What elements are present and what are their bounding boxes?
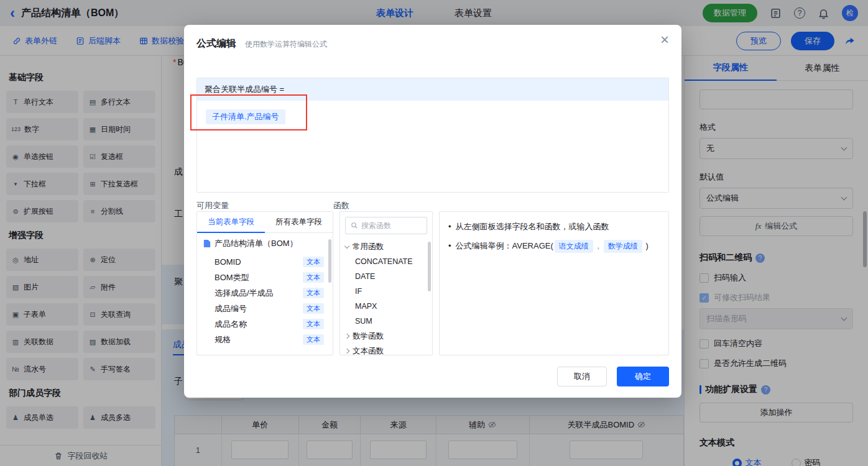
function-item[interactable]: CONCATENATE bbox=[340, 254, 432, 269]
formula-editor-body[interactable]: 子件清单.产品编号 bbox=[197, 101, 668, 192]
field-type-tag: 文本 bbox=[303, 272, 324, 283]
variable-field-row[interactable]: 成品名称文本 bbox=[197, 316, 333, 332]
example-field-chip: 数学成绩 bbox=[604, 240, 642, 253]
scrollbar-thumb[interactable] bbox=[328, 239, 331, 283]
function-search-box bbox=[345, 217, 427, 234]
close-icon[interactable]: × bbox=[660, 31, 669, 49]
scrollbar-thumb[interactable] bbox=[428, 242, 431, 291]
confirm-button[interactable]: 确定 bbox=[617, 367, 669, 386]
functions-panel: 常用函数 CONCATENATE DATE IF MAPX SUM 数学函数 文… bbox=[339, 211, 433, 355]
form-file-icon bbox=[203, 239, 211, 248]
formula-editor[interactable]: 聚合关联半成品编号 = 子件清单.产品编号 bbox=[196, 78, 669, 193]
function-item[interactable]: SUM bbox=[340, 314, 432, 329]
tab-current-form-fields[interactable]: 当前表单字段 bbox=[197, 212, 265, 233]
variable-field-row[interactable]: BOM类型文本 bbox=[197, 270, 333, 285]
function-item[interactable]: DATE bbox=[340, 269, 432, 284]
formula-field-chip[interactable]: 子件清单.产品编号 bbox=[206, 109, 285, 124]
function-group-text[interactable]: 文本函数 bbox=[340, 344, 432, 355]
formula-edit-dialog: 公式编辑 使用数学运算符编辑公式 × 聚合关联半成品编号 = 子件清单.产品编号… bbox=[184, 25, 681, 398]
variables-panel: 当前表单字段 所有表单字段 产品结构清单（BOM） BOMID文本 BOM类型文… bbox=[196, 211, 333, 355]
chevron-right-icon bbox=[344, 334, 349, 339]
tip-line: •从左侧面板选择字段名和函数，或输入函数 bbox=[448, 221, 660, 234]
form-tree-root[interactable]: 产品结构清单（BOM） bbox=[197, 233, 333, 254]
function-item[interactable]: MAPX bbox=[340, 299, 432, 314]
field-type-tag: 文本 bbox=[303, 257, 324, 267]
formula-target-field: 聚合关联半成品编号 = bbox=[197, 78, 668, 101]
tab-all-form-fields[interactable]: 所有表单字段 bbox=[265, 212, 333, 232]
dialog-subtitle: 使用数学运算符编辑公式 bbox=[245, 39, 327, 50]
variable-field-row[interactable]: 成品编号文本 bbox=[197, 301, 333, 316]
variables-label: 可用变量 bbox=[196, 200, 229, 211]
variable-field-row[interactable]: 选择成品/半成品文本 bbox=[197, 285, 333, 301]
search-icon bbox=[351, 222, 358, 229]
function-item[interactable]: IF bbox=[340, 284, 432, 299]
variable-field-row[interactable]: BOMID文本 bbox=[197, 254, 333, 270]
tip-example-line: •公式编辑举例：AVERAGE(语文成绩，数学成绩 ) bbox=[448, 240, 660, 253]
field-type-tag: 文本 bbox=[303, 319, 324, 329]
cancel-button[interactable]: 取消 bbox=[557, 367, 607, 386]
field-type-tag: 文本 bbox=[303, 288, 324, 298]
dialog-title: 公式编辑 bbox=[196, 37, 236, 50]
function-search-input[interactable] bbox=[361, 221, 422, 230]
variable-field-row[interactable]: 规格文本 bbox=[197, 332, 333, 347]
chevron-down-icon bbox=[344, 243, 349, 248]
functions-label: 函数 bbox=[333, 200, 349, 211]
tips-panel: •从左侧面板选择字段名和函数，或输入函数 •公式编辑举例：AVERAGE(语文成… bbox=[439, 211, 669, 355]
chevron-right-icon bbox=[344, 349, 349, 354]
example-field-chip: 语文成绩 bbox=[555, 240, 593, 253]
function-group-math[interactable]: 数学函数 bbox=[340, 329, 432, 344]
field-type-tag: 文本 bbox=[303, 334, 324, 345]
function-group-common[interactable]: 常用函数 bbox=[340, 239, 432, 254]
field-type-tag: 文本 bbox=[303, 303, 324, 314]
